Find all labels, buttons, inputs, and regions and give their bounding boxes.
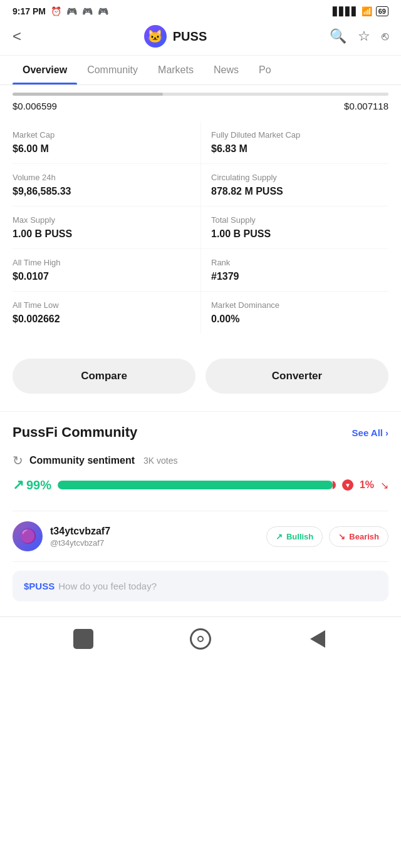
- stat-circ-supply: Circulating Supply 878.82 M PUSS: [200, 164, 388, 207]
- bear-dot: ▼: [342, 479, 353, 491]
- stat-dominance: Market Dominance 0.00%: [200, 292, 388, 334]
- bull-arrow-icon: ↗: [13, 477, 24, 493]
- chevron-right-icon: ›: [385, 427, 388, 438]
- stat-ath-value: $0.0107: [13, 271, 190, 282]
- community-title: PussFi Community: [13, 424, 137, 441]
- bearish-button[interactable]: ↘ Bearish: [329, 526, 388, 547]
- bull-percentage: ↗ 99%: [13, 477, 51, 493]
- recent-apps-button[interactable]: [306, 627, 330, 651]
- user-handle: @t34ytcvbzaf7: [50, 538, 110, 548]
- compare-button[interactable]: Compare: [13, 359, 195, 394]
- stat-volume-value: $9,86,585.33: [13, 186, 190, 197]
- sentiment-bar-fill: [58, 481, 333, 489]
- stat-atl-value: $0.002662: [13, 314, 190, 325]
- stat-circ-supply-value: 878.82 M PUSS: [211, 186, 378, 197]
- price-high: $0.007118: [344, 101, 388, 111]
- stat-ath: All Time High $0.0107: [13, 249, 200, 292]
- square-icon: [73, 629, 93, 649]
- bullish-button[interactable]: ↗ Bullish: [266, 526, 323, 547]
- wifi-icon: 📶: [362, 6, 372, 16]
- tab-news[interactable]: News: [204, 56, 249, 84]
- converter-button[interactable]: Converter: [206, 359, 388, 394]
- sentiment-icon: ↻: [13, 453, 23, 468]
- bear-arrow-icon: ↘: [380, 479, 388, 491]
- stat-fdmc-label: Fully Diluted Market Cap: [211, 130, 378, 140]
- alarm-icon: ⏰: [51, 6, 61, 16]
- game-icon-1: 🎮: [66, 6, 77, 16]
- status-bar: 9:17 PM ⏰ 🎮 🎮 🎮 ▋▋▋▋ 📶 69: [0, 0, 401, 20]
- circle-icon: [190, 628, 211, 650]
- star-icon[interactable]: ☆: [358, 28, 370, 44]
- back-button[interactable]: <: [13, 28, 21, 45]
- signal-icon: ▋▋▋▋: [333, 7, 358, 16]
- stat-total-supply: Total Supply 1.00 B PUSS: [200, 207, 388, 249]
- community-section: PussFi Community See All › ↻ Community s…: [0, 411, 401, 601]
- sentiment-bar-row: ↗ 99% ▼ 1% ↘: [13, 477, 388, 493]
- stat-max-supply-label: Max Supply: [13, 215, 190, 225]
- stat-circ-supply-label: Circulating Supply: [211, 173, 378, 182]
- stat-volume: Volume 24h $9,86,585.33: [13, 164, 200, 207]
- bottom-nav: [0, 616, 401, 661]
- game-icon-3: 🎮: [98, 6, 108, 16]
- home-button[interactable]: [71, 627, 95, 651]
- stat-total-supply-label: Total Supply: [211, 215, 378, 225]
- stat-total-supply-value: 1.00 B PUSS: [211, 228, 378, 240]
- stat-dominance-label: Market Dominance: [211, 300, 378, 310]
- user-row: 🟣 t34ytcvbzaf7 @t34ytcvbzaf7 ↗ Bullish ↘…: [13, 511, 388, 562]
- stat-fdmc: Fully Diluted Market Cap $6.83 M: [200, 121, 388, 164]
- see-all-link[interactable]: See All ›: [352, 427, 388, 438]
- tab-overview[interactable]: Overview: [13, 56, 77, 84]
- tabs-bar: Overview Community Markets News Po: [0, 56, 401, 85]
- stat-max-supply: Max Supply 1.00 B PUSS: [13, 207, 200, 249]
- sentiment-bar-track: [58, 481, 336, 489]
- stat-volume-label: Volume 24h: [13, 173, 190, 182]
- battery-icon: 69: [376, 6, 388, 16]
- stat-atl: All Time Low $0.002662: [13, 292, 200, 334]
- stat-market-cap-label: Market Cap: [13, 130, 190, 140]
- stat-rank-value: #1379: [211, 271, 378, 282]
- back-nav-button[interactable]: [189, 627, 212, 651]
- ticker-tag: $PUSS: [24, 581, 55, 591]
- bear-percentage: 1%: [360, 479, 374, 491]
- tab-markets[interactable]: Markets: [148, 56, 204, 84]
- price-low: $0.006599: [13, 101, 57, 111]
- stat-atl-label: All Time Low: [13, 300, 190, 310]
- tab-community[interactable]: Community: [77, 56, 148, 84]
- comment-placeholder: How do you feel today?: [58, 581, 157, 591]
- action-buttons: Compare Converter: [0, 344, 401, 411]
- price-range-section: $0.006599 $0.007118: [0, 85, 401, 111]
- sentiment-votes: 3K votes: [143, 456, 177, 466]
- bullish-arrow-icon: ↗: [276, 532, 283, 541]
- bearish-arrow-icon: ↘: [338, 532, 345, 541]
- stat-rank-label: Rank: [211, 258, 378, 267]
- comment-input-row[interactable]: $PUSS How do you feel today?: [13, 571, 388, 601]
- user-avatar: 🟣: [13, 521, 43, 551]
- stats-grid: Market Cap $6.00 M Fully Diluted Market …: [0, 111, 401, 344]
- stat-max-supply-value: 1.00 B PUSS: [13, 228, 190, 240]
- sentiment-label: Community sentiment: [29, 455, 135, 466]
- stat-fdmc-value: $6.83 M: [211, 143, 378, 155]
- triangle-icon: [310, 630, 325, 648]
- sentiment-row: ↻ Community sentiment 3K votes: [13, 453, 388, 468]
- coin-avatar: 🐱: [144, 25, 167, 48]
- top-nav: < 🐱 PUSS 🔍 ☆ ⎋: [0, 20, 401, 56]
- share-icon[interactable]: ⎋: [382, 29, 388, 43]
- stat-market-cap: Market Cap $6.00 M: [13, 121, 200, 164]
- user-name: t34ytcvbzaf7: [50, 526, 110, 537]
- status-time: 9:17 PM: [13, 6, 46, 16]
- game-icon-2: 🎮: [82, 6, 93, 16]
- stat-dominance-value: 0.00%: [211, 314, 378, 325]
- circle-inner-icon: [197, 636, 204, 642]
- stat-rank: Rank #1379: [200, 249, 388, 292]
- search-icon[interactable]: 🔍: [330, 28, 346, 44]
- tab-po[interactable]: Po: [249, 56, 281, 84]
- coin-name: PUSS: [173, 29, 207, 44]
- stat-ath-label: All Time High: [13, 258, 190, 267]
- sentiment-buttons: ↗ Bullish ↘ Bearish: [266, 526, 388, 547]
- stat-market-cap-value: $6.00 M: [13, 143, 190, 155]
